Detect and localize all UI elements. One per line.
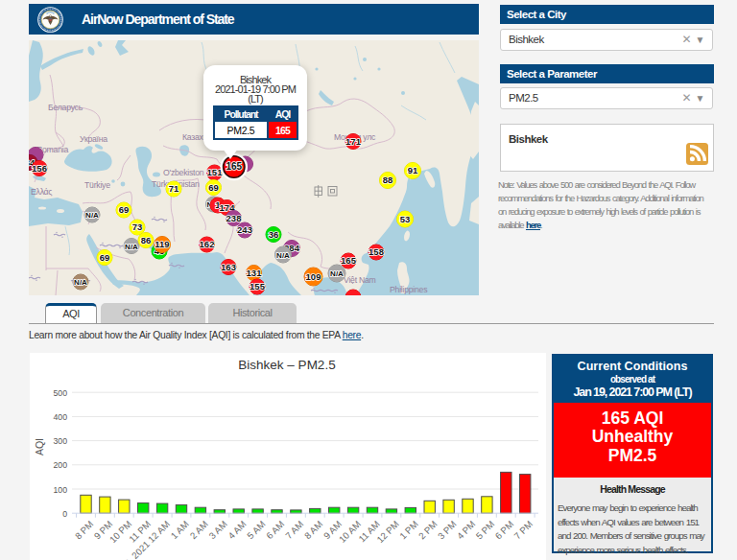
svg-text:86: 86 bbox=[141, 235, 152, 245]
svg-text:200: 200 bbox=[54, 460, 68, 470]
svg-text:156: 156 bbox=[32, 163, 47, 174]
svg-text:69: 69 bbox=[208, 182, 219, 193]
svg-text:119: 119 bbox=[155, 239, 169, 249]
svg-text:165: 165 bbox=[226, 161, 242, 172]
svg-text:Philippines: Philippines bbox=[390, 285, 428, 294]
svg-text:AQI: AQI bbox=[34, 438, 45, 455]
svg-text:O'zbekiston: O'zbekiston bbox=[163, 168, 204, 177]
svg-text:0: 0 bbox=[62, 509, 67, 519]
svg-text:171: 171 bbox=[345, 136, 362, 147]
svg-text:Việt Nam: Việt Nam bbox=[344, 275, 376, 285]
svg-text:100: 100 bbox=[54, 485, 68, 495]
svg-text:Беларусь: Беларусь bbox=[48, 103, 83, 112]
svg-text:N/A: N/A bbox=[125, 243, 138, 251]
svg-text:500: 500 bbox=[54, 388, 68, 398]
svg-text:300: 300 bbox=[54, 436, 68, 446]
svg-text:238: 238 bbox=[226, 213, 242, 223]
svg-text:151: 151 bbox=[207, 167, 224, 177]
svg-text:Türkiye: Türkiye bbox=[84, 180, 110, 190]
svg-text:Bishkek – PM2.5: Bishkek – PM2.5 bbox=[238, 358, 335, 372]
svg-text:N/A: N/A bbox=[276, 251, 290, 260]
svg-text:N/A: N/A bbox=[85, 211, 99, 220]
svg-text:400: 400 bbox=[54, 412, 68, 422]
svg-text:165: 165 bbox=[341, 255, 357, 266]
svg-text:71: 71 bbox=[169, 183, 179, 194]
svg-text:36: 36 bbox=[269, 229, 279, 240]
svg-text:243: 243 bbox=[237, 224, 252, 235]
svg-text:162: 162 bbox=[200, 239, 215, 249]
svg-text:N/A: N/A bbox=[330, 269, 344, 278]
svg-text:N/A: N/A bbox=[74, 278, 87, 287]
svg-text:88: 88 bbox=[383, 175, 393, 185]
svg-text:53: 53 bbox=[400, 214, 411, 224]
svg-text:69: 69 bbox=[119, 204, 130, 215]
svg-text:163: 163 bbox=[221, 262, 236, 272]
svg-text:69: 69 bbox=[100, 252, 110, 263]
svg-text:91: 91 bbox=[408, 165, 418, 175]
svg-text:158: 158 bbox=[368, 246, 384, 257]
svg-text:109: 109 bbox=[306, 271, 321, 282]
svg-text:155: 155 bbox=[250, 281, 266, 292]
svg-text:Ελλάς: Ελλάς bbox=[31, 187, 52, 197]
svg-text:73: 73 bbox=[132, 222, 143, 232]
svg-text:131: 131 bbox=[247, 268, 263, 278]
svg-text:Україна: Україна bbox=[80, 134, 107, 144]
